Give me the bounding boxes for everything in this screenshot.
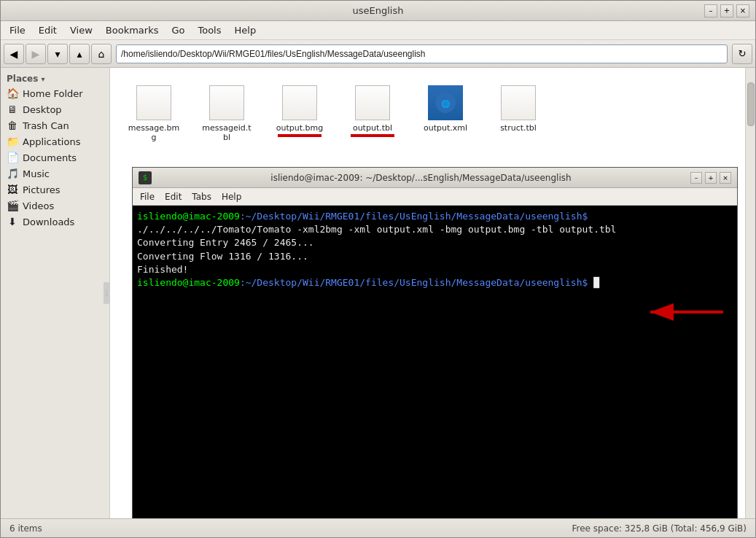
back-button[interactable]: ◀: [4, 44, 24, 64]
sidebar-section-label: Places: [7, 74, 38, 84]
file-name-output-xml: output.xml: [424, 123, 467, 133]
terminal-command: ./../../../../Tomato/Tomato -xml2bmg -xm…: [137, 224, 616, 235]
close-button[interactable]: ×: [736, 4, 749, 17]
main-window: useEnglish – + × File Edit View Bookmark…: [0, 0, 756, 538]
reload-button[interactable]: ↻: [732, 44, 752, 64]
music-icon: 🎵: [7, 168, 18, 179]
terminal-close-button[interactable]: ×: [720, 172, 731, 184]
sidebar-label-videos: Videos: [23, 200, 54, 211]
status-bar: 6 items Free space: 325,8 GiB (Total: 45…: [1, 518, 755, 537]
red-arrow-indicator: [643, 301, 730, 323]
pictures-icon: 🖼: [7, 184, 18, 195]
file-item-output-tbl[interactable]: output.tbl: [343, 82, 402, 140]
sidebar-item-music[interactable]: 🎵 Music: [1, 165, 109, 182]
file-icon-output-xml: 🌐: [428, 85, 463, 120]
file-icon-output-bmg: [282, 85, 317, 120]
sidebar-label-applications: Applications: [23, 136, 80, 147]
terminal-title-bar: $ isliendo@imac-2009: ~/Desktop/...sEngl…: [133, 168, 737, 188]
file-icon-message-bmg: [136, 85, 171, 120]
sidebar-label-trash: Trash Can: [23, 120, 69, 131]
file-icon-messageid-tbl: [209, 85, 244, 120]
content-area: message.bmg messageid.tbl output.bmg out…: [110, 68, 745, 518]
sidebar-collapse-icon[interactable]: ▾: [41, 75, 44, 83]
menu-help[interactable]: Help: [229, 23, 262, 37]
up-button[interactable]: ▴: [69, 44, 90, 64]
underline-output-tbl: [351, 134, 394, 137]
files-grid: message.bmg messageid.tbl output.bmg out…: [125, 82, 730, 145]
terminal-finished: Finished!: [137, 264, 188, 275]
sidebar-section-places: Places ▾: [1, 71, 109, 85]
title-bar: useEnglish – + ×: [1, 1, 755, 21]
terminal-menu-file[interactable]: File: [136, 190, 159, 203]
title-bar-title: useEnglish: [353, 5, 404, 16]
address-bar[interactable]: [116, 44, 728, 63]
terminal-line-3: Converting Entry 2465 / 2465...: [137, 236, 733, 249]
terminal-menu-help[interactable]: Help: [217, 190, 246, 203]
terminal-converting-entry: Converting Entry 2465 / 2465...: [137, 237, 314, 248]
terminal-body[interactable]: isliendo@imac-2009:~/Desktop/Wii/RMGE01/…: [133, 206, 737, 518]
sidebar-item-trash[interactable]: 🗑 Trash Can: [1, 117, 109, 133]
terminal-menu-edit[interactable]: Edit: [160, 190, 186, 203]
file-icon-struct-tbl: [501, 85, 536, 120]
file-name-struct-tbl: struct.tbl: [500, 123, 537, 133]
terminal-icon: $: [139, 171, 152, 184]
maximize-button[interactable]: +: [720, 4, 733, 17]
terminal-prompt-2: isliendo@imac-2009: [137, 277, 240, 288]
terminal-window-controls: – + ×: [690, 172, 731, 184]
red-arrow-svg: [643, 301, 730, 323]
menu-tools[interactable]: Tools: [192, 23, 227, 37]
terminal-minimize-button[interactable]: –: [690, 172, 702, 184]
right-scrollbar[interactable]: [745, 68, 755, 518]
terminal-line-5: Finished!: [137, 263, 733, 276]
sidebar-item-applications[interactable]: 📁 Applications: [1, 133, 109, 149]
status-free-space: Free space: 325,8 GiB (Total: 456,9 GiB): [572, 523, 747, 534]
scroll-thumb[interactable]: [747, 82, 755, 126]
sidebar-resize-handle[interactable]: ⋮: [104, 282, 109, 304]
sidebar-item-home-folder[interactable]: 🏠 Home Folder: [1, 85, 109, 101]
sidebar-item-desktop[interactable]: 🖥 Desktop: [1, 101, 109, 117]
terminal-maximize-button[interactable]: +: [705, 172, 717, 184]
terminal-line-2: ./../../../../Tomato/Tomato -xml2bmg -xm…: [137, 223, 733, 236]
sidebar-label-desktop: Desktop: [23, 104, 62, 115]
sidebar-item-documents[interactable]: 📄 Documents: [1, 149, 109, 165]
sidebar: Places ▾ 🏠 Home Folder 🖥 Desktop 🗑 Trash…: [1, 68, 110, 518]
terminal-menu-tabs[interactable]: Tabs: [187, 190, 216, 203]
file-item-output-bmg[interactable]: output.bmg: [270, 82, 329, 140]
file-item-messageid-tbl[interactable]: messageid.tbl: [198, 82, 256, 145]
trash-icon: 🗑: [7, 120, 18, 131]
sidebar-item-pictures[interactable]: 🖼 Pictures: [1, 182, 109, 198]
terminal-window[interactable]: $ isliendo@imac-2009: ~/Desktop/...sEngl…: [132, 167, 738, 518]
sidebar-label-documents: Documents: [23, 152, 77, 163]
minimize-button[interactable]: –: [704, 4, 717, 17]
menu-view[interactable]: View: [64, 23, 98, 37]
terminal-path-2: :~/Desktop/Wii/RMGE01/files/UsEnglish/Me…: [240, 277, 588, 288]
terminal-menu-bar: File Edit Tabs Help: [133, 188, 737, 206]
menu-file[interactable]: File: [4, 23, 31, 37]
file-icon-output-tbl: [355, 85, 390, 120]
dropdown-button[interactable]: ▾: [47, 44, 68, 64]
file-item-output-xml[interactable]: 🌐 output.xml: [416, 82, 475, 136]
sidebar-item-downloads[interactable]: ⬇ Downloads: [1, 214, 109, 230]
menu-edit[interactable]: Edit: [33, 23, 63, 37]
svg-text:🌐: 🌐: [441, 99, 451, 109]
menu-go[interactable]: Go: [165, 23, 190, 37]
terminal-converting-flow: Converting Flow 1316 / 1316...: [137, 251, 308, 262]
sidebar-item-videos[interactable]: 🎬 Videos: [1, 198, 109, 214]
menu-bookmarks[interactable]: Bookmarks: [100, 23, 165, 37]
file-area: message.bmg messageid.tbl output.bmg out…: [110, 68, 745, 518]
status-item-count: 6 items: [9, 523, 42, 534]
sidebar-label-pictures: Pictures: [23, 184, 60, 195]
home-button[interactable]: ⌂: [91, 44, 112, 64]
menu-bar: File Edit View Bookmarks Go Tools Help: [1, 21, 755, 40]
terminal-line-1: isliendo@imac-2009:~/Desktop/Wii/RMGE01/…: [137, 210, 733, 223]
file-item-message-bmg[interactable]: message.bmg: [125, 82, 183, 145]
file-name-messageid-tbl: messageid.tbl: [200, 123, 253, 142]
forward-button[interactable]: ▶: [26, 44, 46, 64]
documents-icon: 📄: [7, 152, 18, 163]
file-item-struct-tbl[interactable]: struct.tbl: [489, 82, 547, 136]
underline-output-bmg: [278, 134, 322, 137]
terminal-cursor: █: [593, 277, 599, 288]
file-name-message-bmg: message.bmg: [128, 123, 180, 142]
sidebar-label-downloads: Downloads: [23, 217, 74, 227]
sidebar-label-home-folder: Home Folder: [23, 88, 83, 99]
